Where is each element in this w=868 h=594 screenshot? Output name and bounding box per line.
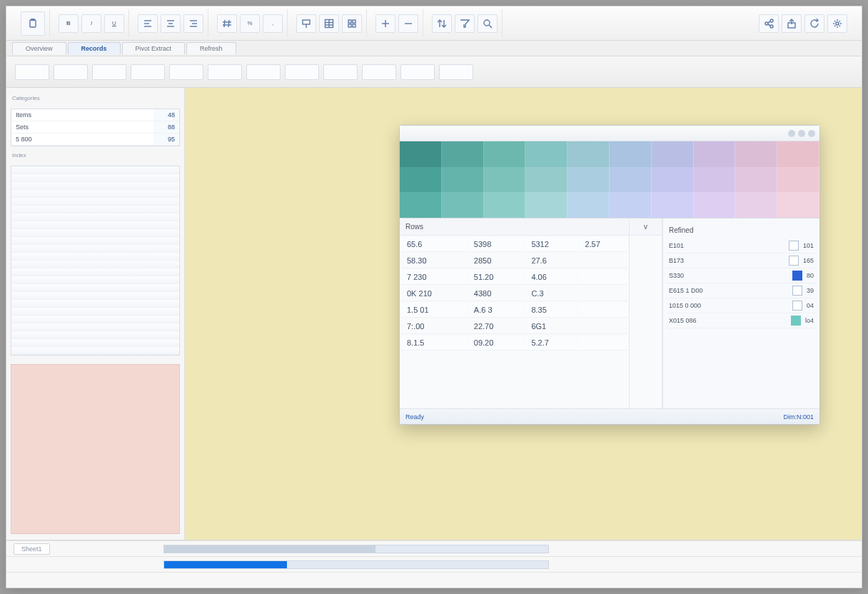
scrollbar-thumb[interactable] bbox=[164, 545, 375, 553]
table-cell[interactable] bbox=[579, 303, 627, 318]
ribbon-share-button[interactable] bbox=[759, 14, 779, 33]
palette-swatch[interactable] bbox=[610, 141, 652, 167]
table-cell[interactable] bbox=[579, 319, 627, 334]
stripe-row[interactable] bbox=[11, 166, 179, 174]
ribbon-bold-button[interactable]: B bbox=[59, 14, 79, 33]
stripe-row[interactable] bbox=[11, 198, 179, 206]
list-item[interactable]: X015 086 lo4 bbox=[666, 313, 817, 328]
stripe-row[interactable] bbox=[11, 331, 179, 339]
palette-swatch[interactable] bbox=[652, 167, 694, 193]
canvas[interactable]: Rows 65.6539853122.5758.30285027.67 2305… bbox=[185, 88, 862, 540]
table-cell[interactable]: C.3 bbox=[525, 286, 577, 301]
palette-swatch[interactable] bbox=[610, 167, 652, 193]
subbar-slot[interactable] bbox=[131, 64, 165, 80]
palette-swatch[interactable] bbox=[777, 141, 819, 167]
stripe-row[interactable] bbox=[11, 268, 179, 276]
palette-swatch[interactable] bbox=[735, 167, 777, 193]
stripe-row[interactable] bbox=[11, 300, 179, 308]
palette-swatch[interactable] bbox=[525, 141, 567, 167]
table-cell[interactable] bbox=[579, 286, 627, 301]
table-row[interactable]: 65.6539853122.57 bbox=[401, 237, 627, 252]
table-cell[interactable]: 8.35 bbox=[525, 303, 577, 318]
subbar-slot[interactable] bbox=[92, 64, 126, 80]
table-cell[interactable]: 5312 bbox=[525, 237, 577, 252]
sheet-tab-strip[interactable]: Sheet1 bbox=[6, 540, 862, 556]
ribbon-align-center-button[interactable] bbox=[161, 14, 181, 33]
stripe-row[interactable] bbox=[11, 292, 179, 300]
subbar-slot[interactable] bbox=[400, 64, 435, 80]
ribbon-styles-button[interactable] bbox=[342, 14, 362, 33]
ribbon-refresh-button[interactable] bbox=[804, 14, 824, 33]
table-cell[interactable]: 7:.00 bbox=[401, 319, 467, 334]
stripe-row[interactable] bbox=[11, 182, 179, 190]
stripe-row[interactable] bbox=[11, 253, 179, 261]
palette-swatch[interactable] bbox=[525, 192, 567, 218]
dialog-min-icon[interactable] bbox=[788, 130, 795, 137]
subbar-slot[interactable] bbox=[169, 64, 203, 80]
list-item[interactable]: S330 80 bbox=[666, 268, 817, 283]
ribbon-comma-button[interactable]: , bbox=[263, 14, 283, 33]
subbar-slot[interactable] bbox=[54, 64, 88, 80]
ribbon-number-button[interactable] bbox=[217, 14, 237, 33]
table-cell[interactable]: 58.30 bbox=[401, 253, 467, 268]
ribbon-delete-button[interactable] bbox=[398, 14, 418, 33]
ribbon-sort-button[interactable] bbox=[432, 14, 452, 33]
stripe-row[interactable] bbox=[11, 339, 179, 347]
stripe-row[interactable] bbox=[11, 174, 179, 182]
table-cell[interactable] bbox=[579, 270, 627, 285]
stripe-row[interactable] bbox=[11, 316, 179, 323]
stripe-row[interactable] bbox=[11, 190, 179, 198]
table-cell[interactable]: 2850 bbox=[468, 253, 525, 268]
dialog-close-icon[interactable] bbox=[808, 130, 815, 137]
dialog-max-icon[interactable] bbox=[798, 130, 805, 137]
ribbon-insert-button[interactable] bbox=[375, 14, 395, 33]
subbar-slot[interactable] bbox=[15, 64, 49, 80]
table-row[interactable]: 1.5 01A.6 38.35 bbox=[401, 303, 627, 318]
list-item[interactable]: E101 101 bbox=[666, 238, 817, 253]
table-cell[interactable]: 5.2.7 bbox=[525, 336, 577, 351]
subbar-slot[interactable] bbox=[208, 64, 242, 80]
palette-swatch[interactable] bbox=[694, 192, 736, 218]
palette-swatch[interactable] bbox=[567, 192, 610, 218]
table-cell[interactable]: 2.57 bbox=[579, 237, 627, 252]
subbar-slot[interactable] bbox=[246, 64, 281, 80]
palette-swatch[interactable] bbox=[484, 141, 526, 167]
list-item[interactable]: E615 1 D00 39 bbox=[666, 283, 817, 298]
ribbon-settings-button[interactable] bbox=[827, 14, 847, 33]
tab-overview[interactable]: Overview bbox=[12, 42, 66, 54]
table-row[interactable]: 7 23051.204.06 bbox=[401, 270, 627, 285]
table-cell[interactable]: 4.06 bbox=[525, 270, 577, 285]
ribbon-find-button[interactable] bbox=[478, 14, 498, 33]
palette-swatch[interactable] bbox=[442, 192, 484, 218]
palette-swatch[interactable] bbox=[484, 192, 526, 218]
table-cell[interactable]: A.6 3 bbox=[468, 303, 525, 318]
palette-swatch[interactable] bbox=[400, 167, 442, 193]
list-item[interactable]: B173 165 bbox=[666, 253, 817, 268]
palette-swatch[interactable] bbox=[567, 167, 610, 193]
table-cell[interactable]: 27.6 bbox=[525, 253, 577, 268]
ribbon-export-button[interactable] bbox=[782, 14, 802, 33]
palette-swatch[interactable] bbox=[694, 141, 736, 167]
stripe-row[interactable] bbox=[11, 221, 179, 229]
ribbon-align-left-button[interactable] bbox=[138, 14, 158, 33]
list-item[interactable]: 1015 0 000 04 bbox=[666, 298, 817, 313]
stripe-row[interactable] bbox=[11, 323, 179, 331]
stripe-row[interactable] bbox=[11, 284, 179, 292]
palette-swatch[interactable] bbox=[652, 192, 694, 218]
palette-swatch[interactable] bbox=[484, 167, 526, 193]
table-cell[interactable]: 7 230 bbox=[401, 270, 467, 285]
table-cell[interactable]: 1.5 01 bbox=[401, 303, 467, 318]
table-cell[interactable]: 65.6 bbox=[401, 237, 467, 252]
ribbon-paste-button[interactable] bbox=[21, 11, 45, 36]
stripe-row[interactable] bbox=[11, 213, 179, 221]
dialog-titlebar[interactable] bbox=[400, 126, 819, 141]
color-palette[interactable] bbox=[400, 141, 819, 218]
side-stripe-list[interactable] bbox=[11, 166, 180, 356]
table-cell[interactable]: 5398 bbox=[468, 237, 525, 252]
palette-swatch[interactable] bbox=[777, 167, 819, 193]
stripe-row[interactable] bbox=[11, 206, 179, 213]
subbar-slot[interactable] bbox=[439, 64, 473, 80]
ribbon-filter-button[interactable] bbox=[455, 14, 475, 33]
palette-swatch[interactable] bbox=[400, 192, 442, 218]
tab-records[interactable]: Records bbox=[68, 42, 121, 54]
